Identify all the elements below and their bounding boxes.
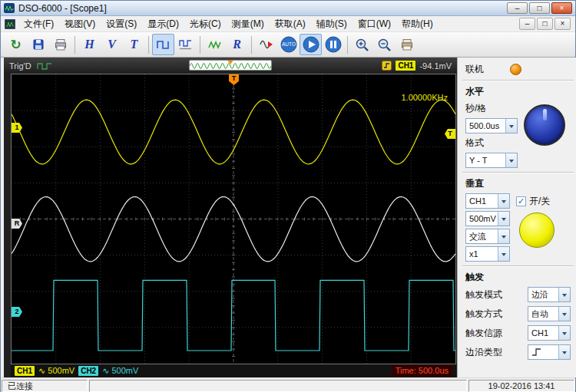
zigzag-wave-icon — [208, 38, 222, 51]
volts-div-select[interactable]: 500mV — [465, 211, 510, 226]
probe-select[interactable]: x1 — [465, 246, 510, 262]
coupling-select[interactable]: 交流 — [465, 229, 510, 244]
print-icon — [54, 38, 68, 51]
edge-type-label: 边沿类型 — [465, 346, 502, 359]
online-led[interactable] — [510, 64, 521, 75]
ch1-footer-badge: CH1 — [15, 366, 35, 376]
menu-utility[interactable]: 辅助(S) — [311, 16, 353, 32]
minimize-button[interactable]: – — [507, 2, 528, 14]
trigger-level-value: -94.1mV — [419, 61, 452, 71]
run-button[interactable] — [300, 34, 322, 55]
menu-help[interactable]: 帮助(H) — [396, 16, 439, 32]
waveform-position-preview[interactable] — [189, 60, 272, 71]
probe-value: x1 — [469, 249, 478, 259]
print-button[interactable] — [49, 34, 71, 55]
single-capture-button[interactable] — [255, 34, 277, 55]
maximize-button[interactable]: □ — [529, 2, 550, 14]
trigger-sweep-value: 自动 — [531, 308, 548, 320]
timebase-readout: Time: 500.0us — [392, 365, 452, 377]
menu-view[interactable]: 视图(V) — [59, 16, 101, 32]
ch1-scale-readout: ∿ 500mV — [38, 366, 74, 376]
wave-arrow-icon — [260, 38, 273, 51]
status-bar: 已连接 19-02-2016 13:41 — [1, 377, 575, 392]
horizontal-panel-button[interactable]: H — [78, 34, 101, 55]
trigger-source-icon — [382, 61, 392, 71]
mdi-close-button[interactable]: × — [554, 18, 571, 30]
channel-onoff-checkbox[interactable]: ✓ 开/关 — [516, 195, 550, 208]
connect-button[interactable]: ↻ — [5, 34, 27, 55]
waveform-math-button[interactable] — [204, 34, 226, 55]
sec-div-select[interactable]: 500.0us — [465, 118, 518, 133]
menu-acquire[interactable]: 获取(A) — [270, 16, 311, 32]
menu-cursor[interactable]: 光标(C) — [184, 16, 227, 32]
save-button[interactable] — [27, 34, 49, 55]
auto-setup-button[interactable]: AUTO — [277, 34, 300, 55]
checkbox-check-icon: ✓ — [516, 196, 526, 206]
panel-divider — [462, 172, 574, 173]
toolbar-separator — [74, 36, 75, 54]
trigger-source-label: 触发信源 — [465, 327, 502, 340]
edge-type-select[interactable] — [528, 344, 571, 360]
trigger-section-title: 触发 — [465, 271, 571, 284]
menu-display[interactable]: 显示(D) — [142, 16, 184, 32]
trigger-source-select[interactable]: CH1 — [528, 325, 571, 341]
trigger-mode-select[interactable]: 边沿 — [528, 287, 571, 302]
save-icon — [31, 38, 45, 51]
reference-button[interactable]: R — [226, 34, 248, 55]
toolbar-separator — [148, 36, 149, 54]
format-select[interactable]: Y - T — [465, 153, 518, 168]
chevron-down-icon — [498, 194, 509, 208]
trigd-wave-icon — [37, 61, 52, 71]
trigger-section: 触发 触发模式 边沿 触发方式 自动 触发信源 CH1 — [465, 271, 571, 360]
horizontal-position-knob[interactable] — [524, 104, 565, 146]
menu-bar: 文件(F) 视图(V) 设置(S) 显示(D) 光标(C) 测量(M) 获取(A… — [1, 16, 575, 32]
rising-edge-icon — [531, 348, 541, 357]
mdi-restore-button[interactable]: □ — [537, 18, 553, 30]
channel-select[interactable]: CH1 — [465, 193, 510, 209]
chevron-down-icon — [498, 247, 509, 261]
mdi-minimize-button[interactable]: – — [519, 18, 535, 30]
persistence-display-button[interactable] — [174, 34, 197, 55]
waveform-canvas — [12, 74, 455, 364]
vertical-section: 垂直 CH1 ✓ 开/关 500mV 交流 — [465, 177, 571, 262]
chevron-down-icon — [505, 119, 517, 133]
pause-icon — [325, 36, 342, 53]
printer-copy-icon — [400, 38, 414, 51]
toolbar-separator — [347, 36, 348, 54]
trig-status-label: Trig'D — [9, 61, 31, 71]
scope1-window-icon — [5, 19, 15, 29]
zoom-out-button[interactable] — [373, 34, 396, 55]
coupling-value: 交流 — [469, 231, 486, 242]
vertical-panel-button[interactable]: V — [101, 34, 123, 55]
format-value: Y - T — [469, 156, 487, 165]
trigger-channel-badge: CH1 — [396, 61, 415, 71]
format-label: 格式 — [465, 137, 518, 150]
status-spacer — [89, 380, 467, 392]
square-wave-baseline-icon — [179, 38, 193, 51]
trigger-sweep-select[interactable]: 自动 — [528, 306, 571, 321]
horizontal-section: 水平 秒/格 500.0us 格式 Y - T — [465, 85, 571, 168]
frequency-readout: 1.00000KHz — [401, 93, 448, 102]
ch2-scale-readout: ∿ 500mV — [102, 366, 138, 376]
close-button[interactable]: × — [551, 2, 572, 14]
app-window: DSO-6000 - [Scope1] – □ × 文件(F) 视图(V) 设置… — [0, 0, 576, 392]
ch2-footer-badge: CH2 — [78, 366, 98, 376]
zoom-in-button[interactable] — [351, 34, 373, 55]
play-icon — [303, 36, 319, 53]
chevron-down-icon — [498, 212, 509, 226]
menu-settings[interactable]: 设置(S) — [101, 16, 142, 32]
pause-button[interactable] — [322, 34, 344, 55]
menu-measure[interactable]: 测量(M) — [227, 16, 270, 32]
waveform-display-button[interactable] — [152, 34, 174, 55]
menu-file[interactable]: 文件(F) — [18, 16, 59, 32]
scope-footer-bar: CH1 ∿ 500mV CH2 ∿ 500mV Time: 500.0us — [11, 364, 456, 377]
vertical-position-knob[interactable] — [519, 212, 554, 248]
trigger-panel-button[interactable]: T — [123, 34, 145, 55]
copy-screen-button[interactable] — [396, 34, 418, 55]
menu-window[interactable]: 窗口(W) — [353, 16, 396, 32]
scope-display[interactable]: 1 R 2 T T 1.00000KHz — [11, 74, 456, 364]
vertical-letter-icon: V — [108, 38, 116, 51]
app-icon — [4, 3, 15, 13]
trigger-mode-value: 边沿 — [531, 289, 548, 301]
title-bar: DSO-6000 - [Scope1] – □ × — [1, 1, 575, 16]
